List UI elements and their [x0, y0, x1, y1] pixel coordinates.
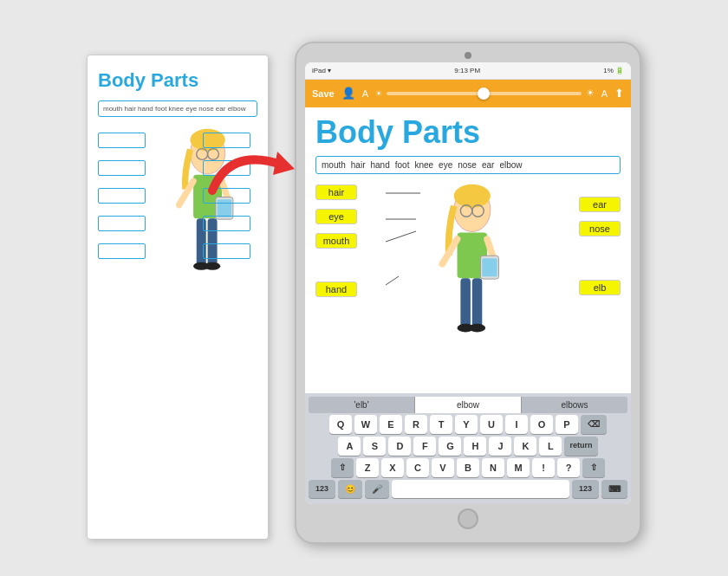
key-d[interactable]: D [388, 437, 411, 456]
word-eye[interactable]: eye [439, 160, 452, 170]
key-b[interactable]: B [457, 458, 479, 477]
ipad-status-left: iPad ▾ [312, 67, 331, 74]
key-x[interactable]: X [381, 458, 404, 477]
key-m[interactable]: M [507, 458, 530, 477]
brightness-high-icon: ☀ [586, 87, 595, 99]
key-l[interactable]: L [539, 437, 562, 456]
word-mouth[interactable]: mouth [322, 160, 346, 170]
save-button[interactable]: Save [312, 88, 335, 99]
toolbar-icon-person[interactable]: 👤 [341, 87, 355, 100]
key-v[interactable]: V [432, 458, 454, 477]
word-ear[interactable]: ear [482, 160, 494, 170]
ipad-word-bank: mouth hair hand foot knee eye nose ear e… [315, 156, 621, 174]
word-foot[interactable]: foot [395, 160, 410, 170]
blank-5[interactable] [98, 243, 146, 259]
key-n[interactable]: N [482, 458, 504, 477]
toolbar-icon-a[interactable]: A [362, 88, 368, 99]
blank-4[interactable] [98, 216, 146, 231]
suggestion-elbows[interactable]: elbows [522, 397, 627, 413]
toolbar-icon-share[interactable]: ⬆ [614, 87, 624, 100]
paper-word-bank: mouth hair hand foot knee eye nose ear e… [98, 100, 257, 117]
answer-hand[interactable]: hand [315, 282, 357, 297]
key-j[interactable]: J [489, 437, 511, 456]
answer-elb[interactable]: elb [579, 280, 621, 295]
word-elbow[interactable]: elbow [499, 160, 522, 170]
key-z[interactable]: Z [356, 458, 379, 477]
key-k[interactable]: K [514, 437, 536, 456]
ipad-device: iPad ▾ 9:13 PM 1% 🔋 Save 👤 A ☀ ☀ A ⬆ [295, 42, 641, 544]
ipad-figure-area [364, 181, 572, 386]
key-exclaim[interactable]: ! [532, 458, 555, 477]
key-question[interactable]: ? [557, 458, 580, 477]
answer-mouth[interactable]: mouth [315, 233, 357, 249]
key-mic[interactable]: 🎤 [365, 480, 389, 498]
ipad-home-button[interactable] [458, 508, 478, 529]
blank-r4[interactable] [203, 216, 250, 231]
key-s[interactable]: S [363, 437, 386, 456]
word-hair[interactable]: hair [351, 160, 366, 170]
key-r[interactable]: R [405, 415, 427, 434]
key-123-left[interactable]: 123 [309, 480, 335, 498]
answer-eye[interactable]: eye [315, 209, 357, 224]
key-keyboard[interactable]: ⌨ [601, 480, 627, 498]
key-q[interactable]: Q [329, 415, 352, 434]
suggestion-elb[interactable]: 'elb' [309, 397, 415, 413]
key-w[interactable]: W [354, 415, 377, 434]
toolbar-icon-text[interactable]: A [601, 88, 608, 99]
key-y[interactable]: Y [455, 415, 478, 434]
slider-track[interactable] [387, 92, 582, 95]
key-o[interactable]: O [530, 415, 553, 434]
key-emoji[interactable]: 😊 [338, 480, 362, 498]
spacer-top [579, 184, 621, 188]
blanks-left [98, 126, 146, 320]
slider-thumb[interactable] [478, 87, 490, 100]
key-shift-right[interactable]: ⇧ [582, 458, 605, 477]
key-return[interactable]: return [564, 437, 597, 456]
ipad-title: Body Parts [315, 114, 621, 151]
key-i[interactable]: I [505, 415, 528, 434]
ipad-keyboard[interactable]: 'elb' elbow elbows Q W E R T Y U I O P ⌫ [305, 393, 631, 504]
answer-nose[interactable]: nose [579, 221, 621, 236]
key-t[interactable]: T [430, 415, 452, 434]
key-p[interactable]: P [556, 415, 578, 434]
ipad-status-center: 9:13 PM [454, 67, 480, 74]
svg-line-31 [386, 231, 416, 242]
svg-marker-14 [273, 152, 295, 175]
ipad-status-right: 1% 🔋 [603, 67, 624, 74]
answer-ear[interactable]: ear [579, 197, 621, 212]
key-f[interactable]: F [413, 437, 436, 456]
word-hand[interactable]: hand [370, 160, 389, 170]
ipad-screen: iPad ▾ 9:13 PM 1% 🔋 Save 👤 A ☀ ☀ A ⬆ [305, 62, 631, 504]
key-e[interactable]: E [380, 415, 402, 434]
answer-hair[interactable]: hair [315, 184, 357, 200]
svg-point-13 [204, 262, 219, 269]
blank-2[interactable] [98, 160, 146, 176]
connector-lines [364, 181, 572, 386]
ipad-status-bar: iPad ▾ 9:13 PM 1% 🔋 [305, 62, 631, 80]
word-knee[interactable]: knee [414, 160, 433, 170]
brightness-slider[interactable]: ☀ ☀ [375, 87, 595, 99]
suggestion-elbow[interactable]: elbow [415, 397, 522, 413]
ipad-content: Body Parts mouth hair hand foot knee eye… [305, 107, 631, 393]
ipad-toolbar: Save 👤 A ☀ ☀ A ⬆ [305, 80, 631, 107]
keyboard-row-3: ⇧ Z X C V B N M ! ? ⇧ [309, 458, 627, 477]
blank-1[interactable] [98, 133, 146, 148]
key-backspace[interactable]: ⌫ [581, 415, 607, 434]
key-123-right[interactable]: 123 [572, 480, 599, 498]
keyboard-suggestions: 'elb' elbow elbows [309, 397, 627, 413]
spacer2 [579, 245, 621, 271]
key-g[interactable]: G [439, 437, 461, 456]
key-a[interactable]: A [338, 437, 361, 456]
svg-line-32 [386, 276, 399, 285]
exercise-area: hair eye mouth hand [315, 181, 621, 386]
key-c[interactable]: C [406, 458, 429, 477]
key-space[interactable] [392, 480, 569, 498]
word-nose[interactable]: nose [458, 160, 477, 170]
key-shift[interactable]: ⇧ [331, 458, 354, 477]
key-h[interactable]: H [464, 437, 486, 456]
main-container: Body Parts mouth hair hand foot knee eye… [0, 0, 728, 576]
blank-3[interactable] [98, 188, 146, 204]
key-u[interactable]: U [480, 415, 503, 434]
blank-r5[interactable] [203, 243, 250, 259]
right-answers: ear nose elb [579, 181, 621, 386]
